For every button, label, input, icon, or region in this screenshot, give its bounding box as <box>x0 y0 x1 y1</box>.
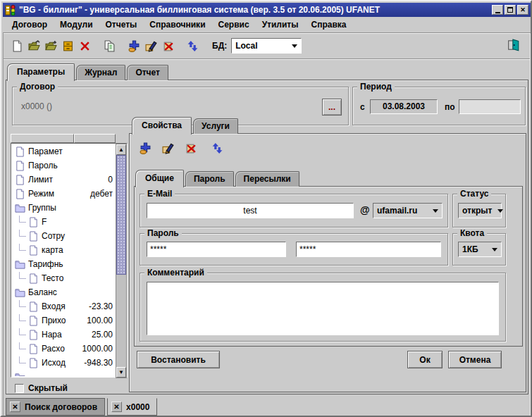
archive-cabinet-icon[interactable] <box>59 37 76 54</box>
scroll-up-icon[interactable]: ▲ <box>116 144 126 155</box>
tree-item-label: Лимит <box>28 175 53 185</box>
tree-item-1[interactable]: Пароль <box>12 158 115 173</box>
period-to-label: по <box>445 102 455 112</box>
tree-item-13[interactable]: Нара25.00 <box>12 328 115 342</box>
refresh-service-icon[interactable] <box>209 139 225 156</box>
tree-item-0[interactable]: Парамет <box>12 144 115 158</box>
exit-icon[interactable] <box>505 37 522 54</box>
tab-general-0[interactable]: Общие <box>135 170 184 187</box>
email-domain-select[interactable]: ufamail.ru <box>373 203 443 218</box>
ok-button[interactable]: Ок <box>407 351 443 368</box>
contract-browse-button[interactable]: ... <box>322 99 342 116</box>
minimize-button[interactable] <box>492 5 503 15</box>
maximize-button[interactable] <box>505 5 516 15</box>
menu-item-5[interactable]: Утилиты <box>256 18 305 32</box>
document-icon <box>28 301 39 312</box>
tree-header-value-column[interactable] <box>74 134 116 143</box>
document-tab-0[interactable]: ✕Поиск договоров <box>6 398 105 416</box>
tree-rows: ПараметПарольЛимит0РежимдебетГруппыFСотр… <box>12 144 115 376</box>
tree-item-value: дебет <box>90 189 115 199</box>
add-service-icon[interactable] <box>137 139 154 156</box>
period-from-label: с <box>360 102 365 112</box>
password-confirm-input[interactable]: ***** <box>296 242 441 257</box>
edit-service-icon[interactable] <box>159 139 176 156</box>
scroll-down-icon[interactable]: ▼ <box>116 367 126 378</box>
tree-connector <box>19 216 26 223</box>
status-select[interactable]: открыт <box>458 203 502 218</box>
document-icon <box>28 245 39 256</box>
tree-item-9[interactable]: Тесто <box>12 271 115 285</box>
refresh-icon[interactable] <box>184 37 201 54</box>
scroll-track[interactable] <box>116 275 126 367</box>
tree-item-10[interactable]: Баланс <box>12 285 115 299</box>
menu-item-4[interactable]: Сервис <box>212 18 256 32</box>
email-group-title: E-Mail <box>144 189 175 199</box>
menu-item-0[interactable]: Договор <box>6 18 54 32</box>
scroll-thumb[interactable] <box>116 155 126 275</box>
tree-item-2[interactable]: Лимит0 <box>12 173 115 187</box>
tree-scrollbar[interactable]: ▲ ▼ <box>116 144 127 378</box>
cancel-button[interactable]: Отмена <box>448 351 502 368</box>
email-input[interactable]: test <box>147 203 354 218</box>
comment-textarea[interactable] <box>147 282 499 335</box>
tab-properties-0[interactable]: Свойства <box>132 117 192 135</box>
tab-close-icon[interactable]: ✕ <box>111 402 122 412</box>
tab-main-0[interactable]: Параметры <box>7 63 75 81</box>
tree-item-6[interactable]: Сотру <box>12 229 115 243</box>
tab-properties-1[interactable]: Услуги <box>193 118 238 134</box>
tree-connector <box>19 356 26 363</box>
document-tab-1[interactable]: ✕x0000 <box>107 398 157 416</box>
tab-main-2[interactable]: Отчет <box>127 65 168 80</box>
tree-item-12[interactable]: Прихо100.00 <box>12 313 115 328</box>
menu-item-6[interactable]: Справка <box>304 18 352 32</box>
tree-item-3[interactable]: Режимдебет <box>12 187 115 201</box>
document-icon <box>28 316 39 326</box>
open-folder-icon[interactable] <box>25 37 42 54</box>
tree-item-16[interactable] <box>12 370 115 376</box>
add-record-icon[interactable] <box>125 37 142 54</box>
close-button[interactable]: ✕ <box>517 5 528 15</box>
db-select[interactable]: Local <box>231 38 302 54</box>
hidden-checkbox[interactable] <box>15 384 24 393</box>
main-panel: Договор x0000 () ... Период с 03.08.2003… <box>6 80 528 394</box>
document-icon <box>28 217 39 228</box>
tree-connector <box>19 314 26 321</box>
menu-item-1[interactable]: Модули <box>54 18 99 32</box>
folder-icon <box>15 259 25 270</box>
delete-record-icon[interactable] <box>159 37 176 54</box>
period-from-field[interactable]: 03.08.2003 <box>370 99 438 114</box>
tree-item-7[interactable]: карта <box>12 243 115 257</box>
document-tabstrip: ✕Поиск договоров✕x0000 <box>6 398 159 417</box>
document-icon <box>15 147 25 157</box>
tree-item-14[interactable]: Расхо1000.00 <box>12 342 115 356</box>
tab-close-icon[interactable]: ✕ <box>10 402 20 412</box>
delete-service-icon[interactable] <box>182 139 199 156</box>
quota-select[interactable]: 1КБ <box>458 242 502 257</box>
status-group-title: Статус <box>457 189 491 199</box>
tree-item-15[interactable]: Исход-948.30 <box>12 356 115 370</box>
service-toolbar <box>137 139 225 156</box>
restore-button[interactable]: Востановить <box>137 351 220 368</box>
tab-general-2[interactable]: Пересылки <box>235 171 299 187</box>
copy-icon[interactable] <box>101 37 118 54</box>
delete-icon[interactable] <box>76 37 93 54</box>
tab-main-1[interactable]: Журнал <box>76 65 125 80</box>
password-input[interactable]: ***** <box>147 242 286 257</box>
period-to-field[interactable] <box>459 99 521 114</box>
tree-item-11[interactable]: Входя-23.30 <box>12 299 115 313</box>
menu-item-3[interactable]: Справочники <box>143 18 211 32</box>
tree-item-label: Прихо <box>42 316 66 325</box>
tree-item-4[interactable]: Группы <box>12 201 115 215</box>
tab-general-1[interactable]: Пароль <box>185 171 234 187</box>
open-folder-alt-icon[interactable] <box>42 37 59 54</box>
tree-connector <box>19 300 26 307</box>
menu-item-2[interactable]: Отчеты <box>99 18 144 32</box>
edit-record-icon[interactable] <box>142 37 159 54</box>
document-icon <box>28 358 39 368</box>
quota-groupbox: Квота 1КБ <box>452 233 506 266</box>
tree-item-8[interactable]: Тарифнь <box>12 257 115 271</box>
new-document-icon[interactable] <box>8 37 25 54</box>
tree-item-label: Нара <box>42 330 62 340</box>
tree-item-5[interactable]: F <box>12 215 115 229</box>
tree-header-name-column[interactable] <box>11 134 74 143</box>
